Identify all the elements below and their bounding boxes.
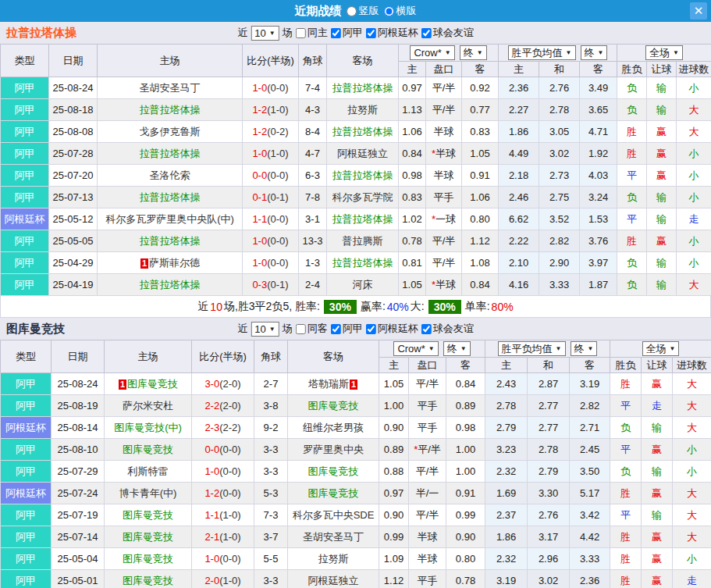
cup-input[interactable] [366, 324, 376, 334]
cell-away-team: 拉普拉塔体操 [327, 208, 399, 230]
single-rate-value: 80% [492, 301, 514, 313]
cell-away-team: 河床 [327, 274, 399, 296]
cell-date: 25-07-20 [49, 165, 98, 187]
cell-handicap: 平/半 [409, 504, 446, 526]
team-name: 拉普拉塔体操 [140, 191, 201, 203]
cup-input[interactable] [366, 28, 376, 38]
cell-mean-draw: 2.79 [528, 461, 570, 483]
sub-away: 客 [446, 358, 485, 373]
cell-corners: 9-2 [254, 417, 288, 439]
cell-mean-away: 3.42 [570, 504, 610, 526]
horizontal-radio[interactable] [384, 6, 394, 16]
vertical-radio[interactable] [347, 6, 357, 16]
cell-date: 25-08-24 [52, 373, 105, 395]
cell-home-team: 图库曼竞技(中) [105, 417, 192, 439]
cell-goals: 大 [677, 99, 711, 121]
cell-league: 阿根廷杯 [1, 417, 52, 439]
fulltime-select[interactable]: 全场▼ [642, 341, 680, 356]
cell-league: 阿甲 [1, 526, 52, 548]
team-name: 圣胡安圣马丁 [140, 82, 201, 94]
cell-away-team: 塔勒瑞斯1 [288, 373, 379, 395]
league-checkbox-cup[interactable]: 阿根廷杯 [366, 26, 418, 40]
league-checkbox-friendly[interactable]: 球会友谊 [421, 26, 474, 40]
team-name: 拉努斯 [347, 104, 378, 116]
ajia-input[interactable] [331, 28, 341, 38]
crow-company-select[interactable]: Crow*▼ [393, 341, 438, 356]
cell-mean-draw: 3.05 [539, 121, 580, 143]
cell-home-team: 戈多伊克鲁斯 [98, 121, 243, 143]
cell-goals: 走 [677, 208, 711, 230]
cell-league: 阿甲 [1, 252, 49, 274]
cell-odds-home: 1.12 [379, 570, 409, 588]
cell-handicap-result: 赢 [642, 373, 673, 395]
sub-home: 主 [379, 358, 409, 373]
cell-score: 2-3(2-2) [192, 417, 254, 439]
layout-radio-horizontal[interactable]: 横版 [384, 4, 417, 18]
same-home-checkbox[interactable]: 同主 [296, 26, 328, 40]
mean-odds-select[interactable]: 胜平负均值▼ [498, 341, 566, 356]
cell-date: 25-08-18 [49, 99, 98, 121]
cell-mean-draw: 3.52 [539, 208, 580, 230]
team-name: 拉普拉塔体操 [140, 279, 201, 290]
table-row: 阿甲25-08-18拉普拉塔体操1-2(1-0)4-3拉努斯1.13平/半0.7… [1, 99, 711, 121]
sub-mean-away: 客 [570, 358, 610, 373]
league-checkbox-ajia[interactable]: 阿甲 [331, 26, 363, 40]
friendly-input[interactable] [421, 28, 432, 38]
league-checkbox-ajia[interactable]: 阿甲 [331, 322, 363, 336]
cell-result: 胜 [610, 483, 642, 504]
mean-odds-select[interactable]: 胜平负均值▼ [508, 45, 576, 60]
cell-home-team: 拉普拉塔体操 [98, 274, 243, 296]
same-away-checkbox[interactable]: 同客 [296, 322, 328, 336]
layout-radio-vertical[interactable]: 竖版 [347, 4, 379, 18]
cell-league: 阿甲 [1, 121, 49, 143]
odds-time-select[interactable]: 终▼ [443, 341, 471, 356]
cell-handicap: 半球 [426, 121, 462, 143]
cell-date: 25-07-13 [49, 187, 98, 208]
close-icon[interactable]: ✕ [690, 2, 707, 20]
cell-away-team: 科尔多瓦中央SDE [288, 504, 379, 526]
same-away-input[interactable] [296, 324, 306, 334]
cell-home-team: 萨尔米安杜 [105, 395, 192, 417]
cell-corners: 3-3 [254, 570, 288, 588]
odds-select-group: Crow*▼ 终▼ [399, 45, 499, 62]
cell-goals: 小 [677, 187, 711, 208]
match-count-select[interactable]: 10▼ [251, 26, 279, 41]
cell-goals: 小 [673, 548, 711, 570]
mean-time-select[interactable]: 终▼ [581, 45, 608, 60]
same-home-input[interactable] [296, 28, 306, 38]
cell-mean-draw: 2.77 [528, 417, 570, 439]
odds-time-value: 终 [447, 342, 457, 356]
cell-goals: 大 [673, 504, 711, 526]
crow-company-select[interactable]: Crow*▼ [410, 45, 454, 60]
league-checkbox-friendly[interactable]: 球会友谊 [421, 322, 474, 336]
fulltime-select[interactable]: 全场▼ [645, 45, 683, 60]
friendly-input[interactable] [421, 324, 432, 334]
ajia-input[interactable] [331, 324, 341, 334]
cell-odds-away: 1.00 [446, 439, 485, 461]
cell-handicap-result: 赢 [647, 230, 677, 252]
col-home: 主场 [98, 45, 243, 77]
cell-odds-home: 0.97 [379, 483, 409, 504]
cell-odds-home: 0.78 [399, 230, 426, 252]
cell-mean-away: 3.97 [580, 252, 617, 274]
cell-handicap-result: 输 [647, 187, 677, 208]
sub-mean-draw: 和 [539, 62, 580, 77]
league-checkbox-cup[interactable]: 阿根廷杯 [366, 322, 418, 336]
cell-home-team: 1图库曼竞技 [105, 373, 192, 395]
cell-odds-away: 0.77 [462, 99, 499, 121]
cell-home-team: 利斯特雷 [105, 461, 192, 483]
cell-result: 胜 [610, 373, 642, 395]
odds-time-select[interactable]: 终▼ [460, 45, 487, 60]
table-row: 阿甲25-07-14图库曼竞技2-1(1-0)3-7圣胡安圣马丁0.99半球0.… [1, 526, 711, 548]
cell-mean-home: 1.86 [499, 121, 539, 143]
cell-date: 25-05-04 [52, 548, 105, 570]
match-count-select[interactable]: 10▼ [251, 322, 279, 337]
cell-handicap-result: 赢 [647, 121, 677, 143]
sub-result: 胜负 [617, 62, 647, 77]
col-type: 类型 [1, 340, 52, 373]
mean-time-select[interactable]: 终▼ [571, 341, 598, 356]
cell-result: 平 [617, 208, 647, 230]
cell-odds-home: 1.05 [379, 373, 409, 395]
sub-home: 主 [399, 62, 426, 77]
cell-handicap-result: 输 [642, 417, 673, 439]
